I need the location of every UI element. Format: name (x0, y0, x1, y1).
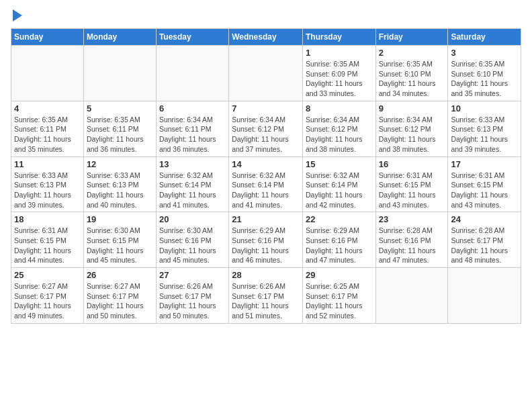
day-info: Sunrise: 6:33 AM Sunset: 6:13 PM Dayligh… (14, 171, 81, 210)
day-info: Sunrise: 6:33 AM Sunset: 6:13 PM Dayligh… (87, 171, 153, 210)
day-info: Sunrise: 6:35 AM Sunset: 6:11 PM Dayligh… (87, 115, 153, 154)
day-info: Sunrise: 6:26 AM Sunset: 6:17 PM Dayligh… (159, 281, 226, 321)
calendar-cell: 25Sunrise: 6:27 AM Sunset: 6:17 PM Dayli… (11, 268, 84, 324)
day-number: 5 (87, 103, 153, 113)
calendar-cell: 15Sunrise: 6:32 AM Sunset: 6:14 PM Dayli… (302, 156, 375, 212)
calendar-header-sunday: Sunday (11, 29, 84, 46)
day-number: 24 (451, 214, 518, 224)
day-number: 16 (379, 159, 445, 169)
calendar-cell (83, 46, 156, 101)
calendar-cell: 3Sunrise: 6:35 AM Sunset: 6:10 PM Daylig… (448, 46, 521, 101)
calendar-cell: 17Sunrise: 6:31 AM Sunset: 6:15 PM Dayli… (448, 156, 521, 212)
day-info: Sunrise: 6:34 AM Sunset: 6:12 PM Dayligh… (232, 115, 300, 154)
day-info: Sunrise: 6:27 AM Sunset: 6:17 PM Dayligh… (87, 281, 153, 321)
day-info: Sunrise: 6:35 AM Sunset: 6:11 PM Dayligh… (14, 115, 81, 154)
day-number: 19 (87, 214, 153, 224)
day-info: Sunrise: 6:27 AM Sunset: 6:17 PM Dayligh… (14, 281, 81, 321)
calendar-cell: 23Sunrise: 6:28 AM Sunset: 6:16 PM Dayli… (375, 212, 448, 268)
calendar-table: SundayMondayTuesdayWednesdayThursdayFrid… (11, 28, 521, 324)
calendar-week-2: 4Sunrise: 6:35 AM Sunset: 6:11 PM Daylig… (11, 101, 521, 156)
day-number: 20 (159, 214, 226, 224)
day-number: 8 (306, 103, 373, 113)
day-info: Sunrise: 6:34 AM Sunset: 6:12 PM Dayligh… (379, 115, 445, 154)
calendar-cell: 1Sunrise: 6:35 AM Sunset: 6:09 PM Daylig… (302, 46, 375, 101)
day-info: Sunrise: 6:26 AM Sunset: 6:17 PM Dayligh… (232, 281, 300, 321)
day-info: Sunrise: 6:32 AM Sunset: 6:14 PM Dayligh… (159, 171, 226, 210)
calendar-cell: 18Sunrise: 6:31 AM Sunset: 6:15 PM Dayli… (11, 212, 84, 268)
day-info: Sunrise: 6:30 AM Sunset: 6:16 PM Dayligh… (159, 226, 226, 265)
calendar-cell: 19Sunrise: 6:30 AM Sunset: 6:15 PM Dayli… (83, 212, 156, 268)
day-number: 11 (14, 159, 81, 169)
day-info: Sunrise: 6:28 AM Sunset: 6:16 PM Dayligh… (379, 226, 445, 265)
calendar-cell: 10Sunrise: 6:33 AM Sunset: 6:13 PM Dayli… (448, 101, 521, 156)
day-number: 23 (379, 214, 445, 224)
day-number: 18 (14, 214, 81, 224)
day-number: 25 (14, 270, 81, 280)
calendar-header-friday: Friday (375, 29, 448, 46)
calendar-cell: 5Sunrise: 6:35 AM Sunset: 6:11 PM Daylig… (83, 101, 156, 156)
calendar-cell: 29Sunrise: 6:25 AM Sunset: 6:17 PM Dayli… (302, 268, 375, 324)
day-number: 10 (451, 103, 518, 113)
day-info: Sunrise: 6:35 AM Sunset: 6:09 PM Dayligh… (306, 59, 373, 99)
day-number: 29 (306, 270, 373, 280)
calendar-cell: 20Sunrise: 6:30 AM Sunset: 6:16 PM Dayli… (156, 212, 228, 268)
day-number: 14 (232, 159, 300, 169)
logo-arrow-icon (13, 9, 22, 21)
calendar-cell: 9Sunrise: 6:34 AM Sunset: 6:12 PM Daylig… (375, 101, 448, 156)
calendar-cell: 27Sunrise: 6:26 AM Sunset: 6:17 PM Dayli… (156, 268, 228, 324)
calendar-header-saturday: Saturday (448, 29, 521, 46)
calendar-header-row: SundayMondayTuesdayWednesdayThursdayFrid… (11, 29, 521, 46)
day-number: 26 (87, 270, 153, 280)
day-number: 12 (87, 159, 153, 169)
calendar-header-tuesday: Tuesday (156, 29, 228, 46)
day-info: Sunrise: 6:31 AM Sunset: 6:15 PM Dayligh… (379, 171, 445, 210)
day-number: 15 (306, 159, 373, 169)
day-info: Sunrise: 6:29 AM Sunset: 6:16 PM Dayligh… (306, 226, 373, 265)
day-number: 22 (306, 214, 373, 224)
day-number: 7 (232, 103, 300, 113)
day-number: 1 (306, 48, 373, 58)
calendar-cell: 2Sunrise: 6:35 AM Sunset: 6:10 PM Daylig… (375, 46, 448, 101)
calendar-cell: 24Sunrise: 6:28 AM Sunset: 6:17 PM Dayli… (448, 212, 521, 268)
day-info: Sunrise: 6:32 AM Sunset: 6:14 PM Dayligh… (232, 171, 300, 210)
day-info: Sunrise: 6:32 AM Sunset: 6:14 PM Dayligh… (306, 171, 373, 210)
day-number: 27 (159, 270, 226, 280)
calendar-cell: 21Sunrise: 6:29 AM Sunset: 6:16 PM Dayli… (229, 212, 303, 268)
calendar-cell (156, 46, 228, 101)
day-info: Sunrise: 6:34 AM Sunset: 6:12 PM Dayligh… (306, 115, 373, 154)
day-number: 6 (159, 103, 226, 113)
calendar-header-wednesday: Wednesday (229, 29, 303, 46)
day-info: Sunrise: 6:28 AM Sunset: 6:17 PM Dayligh… (451, 226, 518, 265)
day-number: 21 (232, 214, 300, 224)
calendar-cell: 6Sunrise: 6:34 AM Sunset: 6:11 PM Daylig… (156, 101, 228, 156)
day-info: Sunrise: 6:31 AM Sunset: 6:15 PM Dayligh… (14, 226, 81, 265)
day-info: Sunrise: 6:30 AM Sunset: 6:15 PM Dayligh… (87, 226, 153, 265)
calendar-cell: 12Sunrise: 6:33 AM Sunset: 6:13 PM Dayli… (83, 156, 156, 212)
day-number: 2 (379, 48, 445, 58)
day-number: 9 (379, 103, 445, 113)
calendar-cell: 28Sunrise: 6:26 AM Sunset: 6:17 PM Dayli… (229, 268, 303, 324)
day-number: 4 (14, 103, 81, 113)
calendar-cell: 26Sunrise: 6:27 AM Sunset: 6:17 PM Dayli… (83, 268, 156, 324)
calendar-week-1: 1Sunrise: 6:35 AM Sunset: 6:09 PM Daylig… (11, 46, 521, 101)
calendar-week-5: 25Sunrise: 6:27 AM Sunset: 6:17 PM Dayli… (11, 268, 521, 324)
calendar-header-thursday: Thursday (302, 29, 375, 46)
calendar-header-monday: Monday (83, 29, 156, 46)
calendar-cell: 14Sunrise: 6:32 AM Sunset: 6:14 PM Dayli… (229, 156, 303, 212)
day-info: Sunrise: 6:25 AM Sunset: 6:17 PM Dayligh… (306, 281, 373, 321)
day-info: Sunrise: 6:29 AM Sunset: 6:16 PM Dayligh… (232, 226, 300, 265)
day-number: 3 (451, 48, 518, 58)
calendar-week-3: 11Sunrise: 6:33 AM Sunset: 6:13 PM Dayli… (11, 156, 521, 212)
day-number: 17 (451, 159, 518, 169)
calendar-cell: 11Sunrise: 6:33 AM Sunset: 6:13 PM Dayli… (11, 156, 84, 212)
calendar-cell (229, 46, 303, 101)
day-info: Sunrise: 6:31 AM Sunset: 6:15 PM Dayligh… (451, 171, 518, 210)
calendar-cell: 13Sunrise: 6:32 AM Sunset: 6:14 PM Dayli… (156, 156, 228, 212)
calendar-cell (448, 268, 521, 324)
day-number: 13 (159, 159, 226, 169)
calendar-cell (11, 46, 84, 101)
day-info: Sunrise: 6:35 AM Sunset: 6:10 PM Dayligh… (451, 59, 518, 99)
day-number: 28 (232, 270, 300, 280)
day-info: Sunrise: 6:33 AM Sunset: 6:13 PM Dayligh… (451, 115, 518, 154)
calendar-week-4: 18Sunrise: 6:31 AM Sunset: 6:15 PM Dayli… (11, 212, 521, 268)
